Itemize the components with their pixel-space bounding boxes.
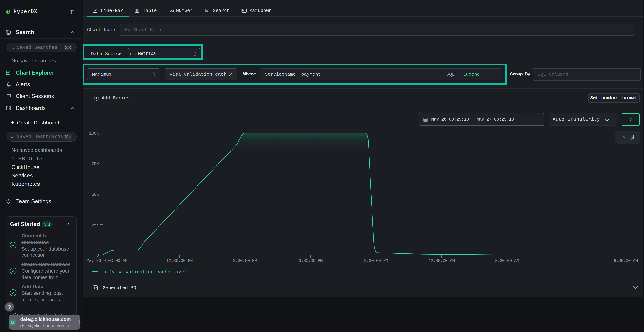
svg-text:50K: 50K [92,192,99,197]
svg-text:9:00:00 AM: 9:00:00 AM [614,258,638,263]
svg-text:100K: 100K [89,131,99,136]
svg-text:0: 0 [96,253,99,258]
svg-text:max(visa_validation_cache.size: max(visa_validation_cache.size) [100,270,187,274]
svg-text:75K: 75K [92,162,99,166]
svg-text:12:30:00 PM: 12:30:00 PM [166,258,192,263]
svg-text:25K: 25K [92,223,99,228]
svg-text:6:30:00 PM: 6:30:00 PM [298,258,322,263]
svg-text:May 26 9:00:00 AM: May 26 9:00:00 AM [86,258,127,263]
svg-text:3:30:00 AM: 3:30:00 AM [495,258,519,263]
svg-text:12:30:00 AM: 12:30:00 AM [428,258,454,263]
svg-text:9:30:00 PM: 9:30:00 PM [364,258,388,263]
svg-text:3:30:00 PM: 3:30:00 PM [233,258,257,263]
